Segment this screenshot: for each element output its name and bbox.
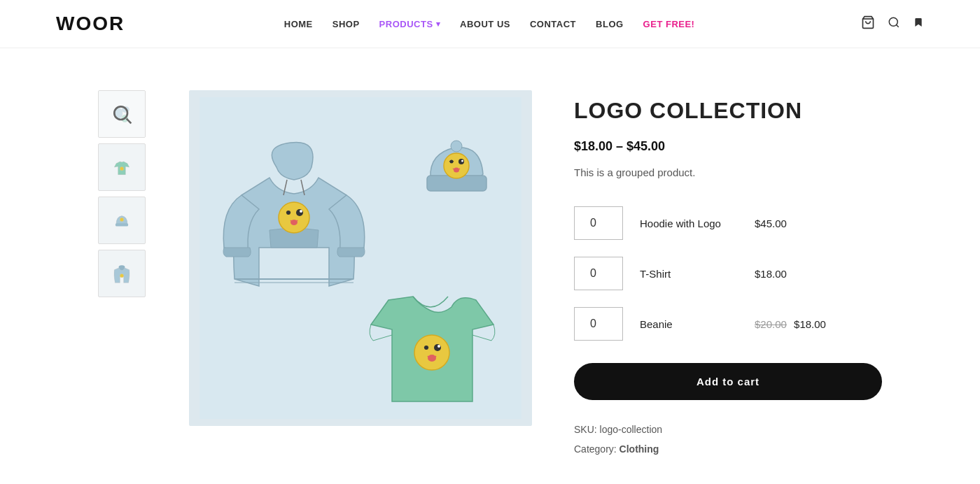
thumbnail-4[interactable] [98,250,146,297]
product-items-list: Hoodie with Logo $45.00 T-Shirt $18.00 B… [574,198,882,349]
nav-about[interactable]: ABOUT US [460,19,510,29]
svg-point-29 [414,335,449,370]
svg-point-18 [300,210,302,213]
beanie-price-sale: $18.00 [794,318,826,330]
svg-line-2 [896,24,898,27]
nav-blog[interactable]: BLOG [596,19,624,29]
svg-point-24 [444,153,469,178]
item-price-beanie: $20.00 $18.00 [755,318,826,330]
product-category: Category: Clothing [574,439,882,459]
svg-point-10 [120,218,123,221]
thumbnail-2[interactable] [98,143,146,191]
product-title: LOGO COLLECTION [574,97,882,124]
category-link[interactable]: Clothing [620,443,659,455]
bookmark-icon[interactable] [913,15,924,33]
svg-point-31 [434,344,441,351]
beanie-price-original: $20.00 [755,318,787,330]
svg-point-26 [458,159,464,164]
thumb-svg-3 [111,209,133,232]
thumb-svg-2 [111,156,133,178]
cart-icon[interactable] [861,15,875,33]
svg-point-8 [120,166,123,170]
category-label: Category: [574,443,617,455]
nav-products[interactable]: PRODUCTS ▾ [379,19,440,29]
svg-point-25 [450,160,454,164]
sku-label: SKU: [574,424,597,435]
thumb-svg-4 [111,262,133,285]
item-name-hoodie: Hoodie with Logo [640,218,738,229]
item-row-beanie: Beanie $20.00 $18.00 [574,299,882,349]
qty-input-beanie[interactable] [574,307,623,341]
dropdown-chevron-icon: ▾ [436,20,441,29]
product-info: LOGO COLLECTION $18.00 – $45.00 This is … [574,90,882,459]
item-name-tshirt: T-Shirt [640,268,738,280]
item-price-tshirt: $18.00 [755,268,787,280]
product-sku: SKU: logo-collection [574,420,882,439]
nav-home[interactable]: HOME [284,19,313,29]
sku-value: logo-collection [600,424,663,435]
product-thumbnails [98,90,147,297]
svg-point-3 [114,106,127,120]
svg-point-32 [438,345,440,348]
item-price-hoodie: $45.00 [755,218,787,229]
item-row-tshirt: T-Shirt $18.00 [574,248,882,299]
product-main-image[interactable] [189,90,532,426]
svg-point-11 [120,274,123,278]
svg-rect-9 [115,223,128,226]
product-description: This is a grouped product. [574,166,882,178]
svg-point-23 [451,141,462,152]
nav-shop[interactable]: SHOP [332,19,360,29]
item-row-hoodie: Hoodie with Logo $45.00 [574,198,882,248]
item-name-beanie: Beanie [640,318,738,330]
site-logo[interactable]: WOOR [56,13,125,35]
svg-point-15 [279,202,309,233]
svg-point-1 [889,17,897,26]
thumbnail-1[interactable] [98,90,146,138]
search-icon[interactable] [888,16,900,32]
main-nav: HOME SHOP PRODUCTS ▾ ABOUT US CONTACT BL… [284,19,695,29]
qty-input-tshirt[interactable] [574,257,623,290]
product-illustration [200,97,522,419]
product-meta: SKU: logo-collection Category: Clothing [574,420,882,459]
nav-getfree[interactable]: GET FREE! [643,19,695,29]
qty-input-hoodie[interactable] [574,206,623,240]
header-icons [861,15,924,33]
svg-point-17 [296,209,303,216]
svg-line-4 [127,119,132,124]
svg-point-28 [454,168,459,173]
add-to-cart-button[interactable]: Add to cart [574,363,882,400]
product-price: $18.00 – $45.00 [574,139,882,154]
nav-contact[interactable]: CONTACT [530,19,576,29]
product-layout: LOGO COLLECTION $18.00 – $45.00 This is … [98,90,882,459]
svg-point-27 [461,160,463,162]
svg-point-33 [428,355,436,362]
thumbnail-3[interactable] [98,197,146,244]
svg-point-19 [290,220,298,225]
